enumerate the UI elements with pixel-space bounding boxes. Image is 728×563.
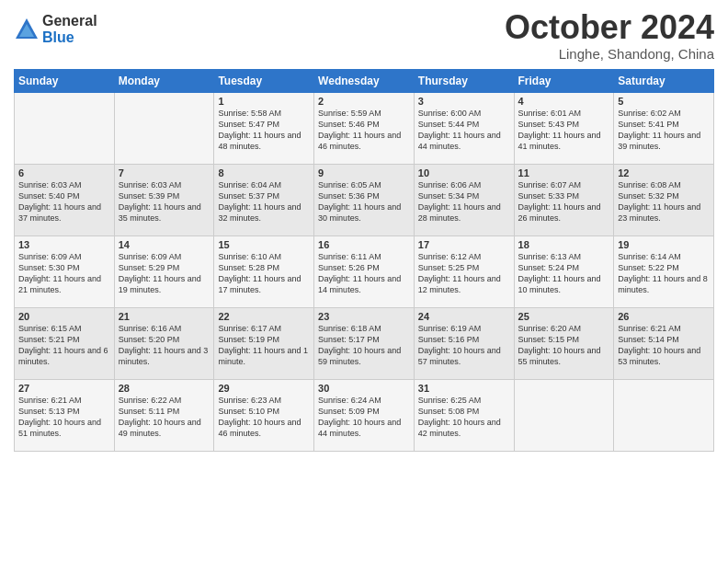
cell-info: Sunrise: 6:20 AM Sunset: 5:15 PM Dayligh… [518,323,610,368]
day-number: 26 [618,311,710,322]
cell-info: Sunrise: 6:03 AM Sunset: 5:39 PM Dayligh… [119,179,210,224]
cell-info: Sunrise: 6:24 AM Sunset: 5:09 PM Dayligh… [318,395,410,440]
month-title: October 2024 [505,9,714,46]
calendar-cell: 28Sunrise: 6:22 AM Sunset: 5:11 PM Dayli… [114,379,214,451]
cell-info: Sunrise: 5:59 AM Sunset: 5:46 PM Dayligh… [318,108,410,153]
logo-general-text: General [42,13,97,29]
cell-info: Sunrise: 6:04 AM Sunset: 5:37 PM Dayligh… [218,179,310,224]
page-container: General Blue October 2024 Linghe, Shando… [0,0,728,461]
cell-info: Sunrise: 6:19 AM Sunset: 5:16 PM Dayligh… [418,323,510,368]
col-saturday: Saturday [614,69,714,92]
day-number: 2 [318,96,410,107]
calendar-cell: 26Sunrise: 6:21 AM Sunset: 5:14 PM Dayli… [614,307,714,379]
cell-info: Sunrise: 6:08 AM Sunset: 5:32 PM Dayligh… [618,179,710,224]
calendar-row-5: 27Sunrise: 6:21 AM Sunset: 5:13 PM Dayli… [15,379,714,451]
day-number: 28 [119,383,210,394]
col-sunday: Sunday [15,69,115,92]
cell-info: Sunrise: 6:22 AM Sunset: 5:11 PM Dayligh… [119,395,210,440]
day-number: 9 [318,167,410,178]
calendar-cell: 24Sunrise: 6:19 AM Sunset: 5:16 PM Dayli… [414,307,514,379]
calendar-cell: 27Sunrise: 6:21 AM Sunset: 5:13 PM Dayli… [15,379,115,451]
cell-info: Sunrise: 6:11 AM Sunset: 5:26 PM Dayligh… [318,251,410,296]
cell-info: Sunrise: 6:16 AM Sunset: 5:20 PM Dayligh… [119,323,210,368]
calendar-cell: 13Sunrise: 6:09 AM Sunset: 5:30 PM Dayli… [15,236,115,307]
calendar-cell: 15Sunrise: 6:10 AM Sunset: 5:28 PM Dayli… [214,236,314,307]
logo-icon [14,17,40,42]
cell-info: Sunrise: 6:05 AM Sunset: 5:36 PM Dayligh… [318,179,410,224]
cell-info: Sunrise: 6:23 AM Sunset: 5:10 PM Dayligh… [218,395,310,440]
calendar-table: Sunday Monday Tuesday Wednesday Thursday… [14,69,714,452]
calendar-cell: 7Sunrise: 6:03 AM Sunset: 5:39 PM Daylig… [114,164,214,236]
calendar-cell: 19Sunrise: 6:14 AM Sunset: 5:22 PM Dayli… [614,236,714,307]
cell-info: Sunrise: 6:09 AM Sunset: 5:29 PM Dayligh… [119,251,210,296]
calendar-cell [15,92,115,164]
calendar-cell: 20Sunrise: 6:15 AM Sunset: 5:21 PM Dayli… [15,307,115,379]
day-number: 13 [18,239,110,250]
calendar-header: Sunday Monday Tuesday Wednesday Thursday… [15,69,714,92]
calendar-cell: 1Sunrise: 5:58 AM Sunset: 5:47 PM Daylig… [214,92,314,164]
day-number: 6 [18,167,110,178]
calendar-cell: 22Sunrise: 6:17 AM Sunset: 5:19 PM Dayli… [214,307,314,379]
cell-info: Sunrise: 6:02 AM Sunset: 5:41 PM Dayligh… [618,108,710,153]
calendar-cell [514,379,614,451]
day-number: 10 [418,167,510,178]
day-number: 22 [218,311,310,322]
cell-info: Sunrise: 6:09 AM Sunset: 5:30 PM Dayligh… [18,251,110,296]
title-block: October 2024 Linghe, Shandong, China [505,9,714,62]
calendar-cell: 25Sunrise: 6:20 AM Sunset: 5:15 PM Dayli… [514,307,614,379]
day-number: 3 [418,96,510,107]
day-number: 25 [518,311,610,322]
day-number: 7 [119,167,210,178]
calendar-cell: 9Sunrise: 6:05 AM Sunset: 5:36 PM Daylig… [314,164,415,236]
header: General Blue October 2024 Linghe, Shando… [14,9,714,62]
logo-blue-text: Blue [42,29,97,46]
calendar-cell: 11Sunrise: 6:07 AM Sunset: 5:33 PM Dayli… [514,164,614,236]
day-number: 19 [618,239,710,250]
cell-info: Sunrise: 6:25 AM Sunset: 5:08 PM Dayligh… [418,395,510,440]
cell-info: Sunrise: 6:03 AM Sunset: 5:40 PM Dayligh… [18,179,110,224]
cell-info: Sunrise: 6:01 AM Sunset: 5:43 PM Dayligh… [518,108,610,153]
calendar-row-3: 13Sunrise: 6:09 AM Sunset: 5:30 PM Dayli… [15,236,714,307]
calendar-cell: 14Sunrise: 6:09 AM Sunset: 5:29 PM Dayli… [114,236,214,307]
day-number: 16 [318,239,410,250]
day-number: 5 [618,96,710,107]
day-number: 15 [218,239,310,250]
col-tuesday: Tuesday [214,69,314,92]
day-number: 30 [318,383,410,394]
calendar-cell: 21Sunrise: 6:16 AM Sunset: 5:20 PM Dayli… [114,307,214,379]
day-number: 20 [18,311,110,322]
calendar-cell: 16Sunrise: 6:11 AM Sunset: 5:26 PM Dayli… [314,236,415,307]
cell-info: Sunrise: 5:58 AM Sunset: 5:47 PM Dayligh… [218,108,310,153]
col-monday: Monday [114,69,214,92]
cell-info: Sunrise: 6:17 AM Sunset: 5:19 PM Dayligh… [218,323,310,368]
calendar-cell: 23Sunrise: 6:18 AM Sunset: 5:17 PM Dayli… [314,307,415,379]
cell-info: Sunrise: 6:12 AM Sunset: 5:25 PM Dayligh… [418,251,510,296]
day-number: 14 [119,239,210,250]
calendar-cell: 8Sunrise: 6:04 AM Sunset: 5:37 PM Daylig… [214,164,314,236]
calendar-cell: 30Sunrise: 6:24 AM Sunset: 5:09 PM Dayli… [314,379,415,451]
calendar-body: 1Sunrise: 5:58 AM Sunset: 5:47 PM Daylig… [15,92,714,451]
logo: General Blue [14,13,97,45]
calendar-row-1: 1Sunrise: 5:58 AM Sunset: 5:47 PM Daylig… [15,92,714,164]
calendar-cell [614,379,714,451]
cell-info: Sunrise: 6:21 AM Sunset: 5:13 PM Dayligh… [18,395,110,440]
day-number: 31 [418,383,510,394]
day-number: 11 [518,167,610,178]
logo-text: General Blue [42,13,97,45]
cell-info: Sunrise: 6:21 AM Sunset: 5:14 PM Dayligh… [618,323,710,368]
col-friday: Friday [514,69,614,92]
col-thursday: Thursday [414,69,514,92]
cell-info: Sunrise: 6:06 AM Sunset: 5:34 PM Dayligh… [418,179,510,224]
calendar-cell: 31Sunrise: 6:25 AM Sunset: 5:08 PM Dayli… [414,379,514,451]
day-number: 27 [18,383,110,394]
day-number: 17 [418,239,510,250]
header-row: Sunday Monday Tuesday Wednesday Thursday… [15,69,714,92]
calendar-row-4: 20Sunrise: 6:15 AM Sunset: 5:21 PM Dayli… [15,307,714,379]
col-wednesday: Wednesday [314,69,415,92]
calendar-cell: 12Sunrise: 6:08 AM Sunset: 5:32 PM Dayli… [614,164,714,236]
cell-info: Sunrise: 6:18 AM Sunset: 5:17 PM Dayligh… [318,323,410,368]
calendar-cell [114,92,214,164]
cell-info: Sunrise: 6:00 AM Sunset: 5:44 PM Dayligh… [418,108,510,153]
calendar-cell: 29Sunrise: 6:23 AM Sunset: 5:10 PM Dayli… [214,379,314,451]
day-number: 24 [418,311,510,322]
